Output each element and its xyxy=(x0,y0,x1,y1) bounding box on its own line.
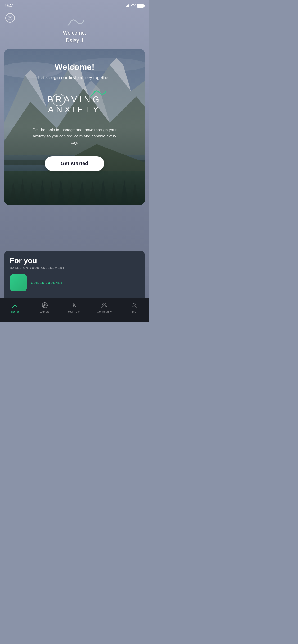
tab-community-label: Community xyxy=(97,310,112,313)
tab-your-team[interactable]: Your Team xyxy=(66,302,82,313)
help-icon[interactable] xyxy=(5,13,15,23)
card-description: Get the tools to manage and move through… xyxy=(32,127,117,146)
explore-icon xyxy=(41,302,48,309)
journey-thumbnail xyxy=(10,274,27,291)
main-card: Welcome! Let's begin our first journey t… xyxy=(4,49,145,205)
tab-explore[interactable]: Explore xyxy=(37,302,53,313)
signal-bar-2 xyxy=(126,6,127,7)
welcome-message: Welcome, Daisy J xyxy=(63,29,86,44)
guided-journey-label: GUIDED JOURNEY xyxy=(31,281,63,284)
battery-fill xyxy=(138,5,143,7)
tab-home-label: Home xyxy=(11,310,19,313)
tab-home[interactable]: Home xyxy=(7,302,23,313)
anxiety-text: ANXIETY xyxy=(40,105,109,114)
signal-bars-icon xyxy=(124,4,129,7)
battery-icon xyxy=(137,4,144,8)
tab-bar: Home Explore Your Team xyxy=(0,298,149,322)
signal-bar-4 xyxy=(128,4,129,7)
status-time: 9:41 xyxy=(5,3,14,8)
tab-me-label: Me xyxy=(132,310,136,313)
tab-your-team-label: Your Team xyxy=(67,310,81,313)
get-started-button[interactable]: Get started xyxy=(45,156,105,171)
tab-me[interactable]: Me xyxy=(126,302,142,313)
svg-point-36 xyxy=(102,304,104,305)
header-logo-squiggle xyxy=(64,15,85,29)
for-you-section: For you BASED ON YOUR ASSESSMENT GUIDED … xyxy=(4,251,145,301)
header-area: Welcome, Daisy J xyxy=(0,13,149,44)
signal-bar-3 xyxy=(127,5,128,7)
assessment-label: BASED ON YOUR ASSESSMENT xyxy=(10,266,139,269)
braving-anxiety-logo: BRAVING ANXIETY xyxy=(40,91,109,117)
svg-point-30 xyxy=(10,19,10,19)
tab-community[interactable]: Community xyxy=(96,302,112,313)
tab-explore-label: Explore xyxy=(40,310,49,313)
green-squiggle-icon xyxy=(89,88,106,99)
status-bar: 9:41 xyxy=(0,0,149,11)
card-subtitle: Let's begin our first journey together. xyxy=(38,75,111,80)
me-icon xyxy=(130,302,138,309)
home-icon xyxy=(11,302,19,309)
svg-point-37 xyxy=(105,304,106,305)
svg-point-38 xyxy=(133,303,135,305)
guided-journey-row: GUIDED JOURNEY xyxy=(10,274,139,291)
signal-bar-1 xyxy=(124,7,125,7)
wifi-icon xyxy=(131,4,136,8)
card-title: Welcome! xyxy=(55,62,94,72)
status-icons xyxy=(124,4,144,8)
card-content: Welcome! Let's begin our first journey t… xyxy=(4,49,145,205)
community-icon xyxy=(101,302,108,309)
your-team-icon xyxy=(71,302,78,309)
for-you-title: For you xyxy=(10,256,139,265)
